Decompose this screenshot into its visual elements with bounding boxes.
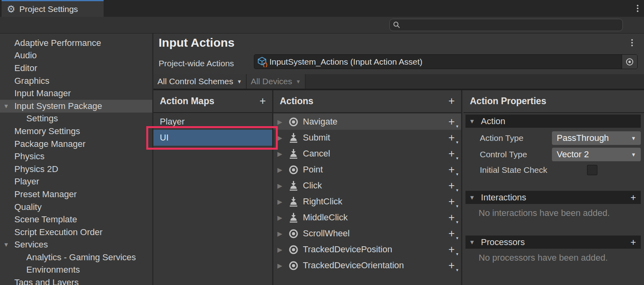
action-row-cancel[interactable]: ▶Cancel+▾	[273, 146, 461, 162]
sidebar-item-settings[interactable]: Settings	[0, 113, 152, 125]
add-interaction-button[interactable]: +	[630, 192, 636, 203]
foldout-closed-icon[interactable]: ▶	[277, 118, 287, 126]
processors-empty-message: No processors have been added.	[479, 250, 642, 266]
foldout-closed-icon[interactable]: ▶	[277, 182, 287, 190]
foldout-closed-icon[interactable]: ▶	[277, 214, 287, 222]
sidebar-item-label: Input Manager	[14, 88, 71, 99]
action-maps-title: Action Maps	[160, 96, 214, 107]
control-schemes-dropdown[interactable]: All Control Schemes ▼	[153, 74, 247, 89]
foldout-open-icon[interactable]: ▼	[3, 241, 9, 248]
sidebar-item-physics[interactable]: Physics	[0, 150, 152, 163]
sidebar-item-label: Services	[14, 239, 48, 250]
add-binding-button[interactable]: +▾	[448, 260, 455, 271]
svg-text:{}: {}	[262, 62, 267, 67]
sidebar-item-script-execution-order[interactable]: Script Execution Order	[0, 226, 152, 239]
add-binding-button[interactable]: +▾	[448, 212, 455, 223]
devices-dropdown[interactable]: All Devices ▼	[247, 74, 306, 89]
foldout-closed-icon[interactable]: ▶	[277, 134, 287, 142]
add-binding-button[interactable]: +▾	[448, 117, 455, 127]
action-name: Navigate	[303, 117, 448, 127]
sidebar-item-adaptive-performance[interactable]: Adaptive Performance	[0, 37, 152, 49]
sidebar-item-package-manager[interactable]: Package Manager	[0, 138, 152, 150]
action-row-trackeddeviceposition[interactable]: ▶TrackedDevicePosition+▾	[273, 241, 461, 257]
chevron-down-icon: ▾	[456, 140, 458, 144]
asset-field-value: InputSystem_Actions (Input Action Asset)	[269, 57, 622, 67]
action-section-header[interactable]: ▼ Action	[465, 115, 641, 128]
sidebar-item-physics-2d[interactable]: Physics 2D	[0, 163, 152, 176]
add-binding-button[interactable]: +▾	[448, 228, 455, 239]
add-action-map-button[interactable]: +	[259, 96, 266, 107]
sidebar-item-editor[interactable]: Editor	[0, 62, 152, 75]
initial-state-checkbox[interactable]	[587, 165, 597, 175]
foldout-closed-icon[interactable]: ▶	[277, 262, 287, 269]
action-map-row-ui[interactable]: UI	[153, 130, 272, 146]
sidebar-item-environments[interactable]: Environments	[0, 264, 152, 277]
add-processor-button[interactable]: +	[630, 237, 636, 248]
foldout-open-icon[interactable]: ▼	[3, 103, 9, 109]
button-control-icon	[287, 212, 300, 223]
action-name: Cancel	[303, 148, 448, 159]
project-settings-tab[interactable]: ⚙ Project Settings	[2, 0, 104, 17]
kebab-menu-icon	[631, 39, 633, 41]
input-actions-more-options-button[interactable]	[631, 39, 633, 46]
control-type-dropdown[interactable]: Vector 2 ▼	[552, 148, 641, 161]
action-type-dropdown[interactable]: PassThrough ▼	[552, 131, 641, 145]
chevron-down-icon: ▾	[456, 172, 458, 176]
action-row-navigate[interactable]: ▶Navigate+▾	[273, 114, 461, 130]
sidebar-item-scene-template[interactable]: Scene Template	[0, 213, 152, 226]
sidebar-item-graphics[interactable]: Graphics	[0, 75, 152, 87]
sidebar-item-label: Package Manager	[14, 139, 86, 149]
object-picker-button[interactable]	[622, 55, 637, 69]
sidebar-item-analytics-gaming-services[interactable]: Analytics - Gaming Services	[0, 251, 152, 264]
action-row-point[interactable]: ▶Point+▾	[273, 162, 461, 178]
add-binding-button[interactable]: +▾	[448, 133, 455, 143]
add-binding-button[interactable]: +▾	[448, 148, 455, 159]
kebab-menu-icon	[637, 5, 638, 6]
devices-label: All Devices	[251, 77, 292, 86]
sidebar-item-services[interactable]: ▼Services	[0, 239, 152, 251]
action-row-scrollwheel[interactable]: ▶ScrollWheel+▾	[273, 226, 461, 241]
sidebar-item-label: Tags and Layers	[14, 277, 79, 285]
foldout-closed-icon[interactable]: ▶	[277, 166, 287, 174]
action-row-trackeddeviceorientation[interactable]: ▶TrackedDeviceOrientation+▾	[273, 257, 461, 273]
window-more-options-button[interactable]	[637, 5, 638, 12]
add-binding-button[interactable]: +▾	[448, 164, 455, 175]
foldout-closed-icon[interactable]: ▶	[277, 246, 287, 253]
sidebar-item-input-manager[interactable]: Input Manager	[0, 87, 152, 100]
sidebar-item-preset-manager[interactable]: Preset Manager	[0, 188, 152, 201]
add-binding-button[interactable]: +▾	[448, 180, 455, 191]
action-row-click[interactable]: ▶Click+▾	[273, 178, 461, 194]
action-row-middleclick[interactable]: ▶MiddleClick+▾	[273, 210, 461, 226]
interactions-section-header[interactable]: ▼ Interactions +	[465, 191, 641, 204]
action-row-rightclick[interactable]: ▶RightClick+▾	[273, 194, 461, 210]
actions-list: ▶Navigate+▾▶Submit+▾▶Cancel+▾▶Point+▾▶Cl…	[273, 114, 461, 273]
sidebar-item-audio[interactable]: Audio	[0, 49, 152, 62]
action-type-row: Action Type PassThrough ▼	[463, 130, 644, 146]
gear-icon: ⚙	[7, 4, 16, 14]
sidebar-item-player[interactable]: Player	[0, 176, 152, 188]
foldout-closed-icon[interactable]: ▶	[277, 150, 287, 158]
foldout-closed-icon[interactable]: ▶	[277, 198, 287, 206]
button-control-icon	[287, 180, 300, 191]
action-row-submit[interactable]: ▶Submit+▾	[273, 130, 461, 146]
chevron-down-icon: ▾	[456, 268, 458, 272]
sidebar-item-label: Memory Settings	[14, 126, 80, 137]
chevron-down-icon: ▾	[456, 156, 458, 160]
project-wide-actions-object-field[interactable]: {} InputSystem_Actions (Input Action Ass…	[254, 54, 638, 69]
foldout-open-icon: ▼	[469, 118, 475, 125]
sidebar-item-label: Input System Package	[14, 101, 102, 111]
add-binding-button[interactable]: +▾	[448, 196, 455, 207]
search-input[interactable]	[403, 20, 622, 30]
add-binding-button[interactable]: +▾	[448, 244, 455, 255]
actions-column: Actions + ▶Navigate+▾▶Submit+▾▶Cancel+▾▶…	[273, 90, 462, 285]
sidebar-item-tags-and-layers[interactable]: Tags and Layers	[0, 276, 152, 285]
search-field[interactable]	[389, 19, 623, 31]
sidebar-item-memory-settings[interactable]: Memory Settings	[0, 125, 152, 138]
action-map-row-player[interactable]: Player	[153, 114, 272, 130]
foldout-closed-icon[interactable]: ▶	[277, 230, 287, 238]
add-action-button[interactable]: +	[448, 96, 455, 107]
processors-section-header[interactable]: ▼ Processors +	[465, 236, 641, 249]
sidebar-item-input-system-package[interactable]: ▼Input System Package	[0, 100, 152, 113]
sidebar-item-quality[interactable]: Quality	[0, 201, 152, 214]
chevron-down-icon: ▼	[296, 79, 301, 85]
